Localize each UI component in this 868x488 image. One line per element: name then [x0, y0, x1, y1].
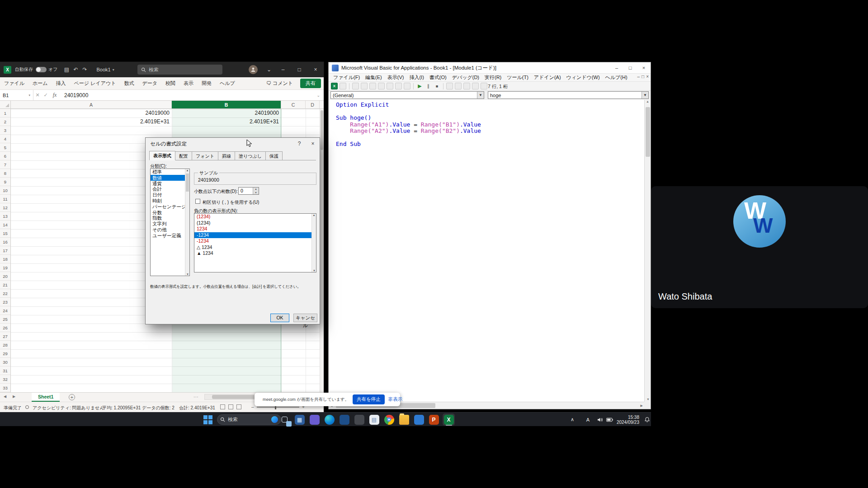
vba-toolbar-properties-window-icon[interactable]: [463, 83, 470, 89]
ribbon-tab-6[interactable]: 校閲: [161, 77, 179, 89]
prev-sheet-icon[interactable]: ◀: [4, 394, 6, 399]
row-header-11[interactable]: 11: [0, 195, 10, 203]
taskbar-app-powerpoint[interactable]: P: [428, 413, 440, 426]
vba-menu-8[interactable]: アドイン(A): [531, 74, 564, 81]
ribbon-tab-5[interactable]: データ: [138, 77, 161, 89]
ribbon-tab-2[interactable]: 挿入: [52, 77, 70, 89]
cell-B2[interactable]: 2.4019E+31: [172, 117, 281, 126]
row-header-31[interactable]: 31: [0, 366, 10, 375]
row-header-4[interactable]: 4: [0, 135, 10, 143]
vba-menu-7[interactable]: ツール(T): [504, 74, 531, 81]
row-header-8[interactable]: 8: [0, 169, 10, 178]
next-sheet-icon[interactable]: ▶: [13, 394, 15, 399]
hide-bar-link[interactable]: 非表示: [388, 396, 403, 403]
notification-center[interactable]: [644, 413, 650, 427]
row-header-18[interactable]: 18: [0, 255, 10, 263]
vba-minimize-icon[interactable]: –: [610, 62, 623, 73]
row-header-17[interactable]: 17: [0, 246, 10, 255]
row-header-12[interactable]: 12: [0, 203, 10, 212]
row-header-16[interactable]: 16: [0, 238, 10, 246]
vba-toolbar-paste-icon[interactable]: [378, 83, 385, 89]
dialog-help-icon[interactable]: ?: [292, 138, 306, 150]
taskbar-app-chrome-browser[interactable]: [383, 413, 395, 426]
vba-vscroll-thumb[interactable]: [646, 107, 650, 157]
name-box[interactable]: B1 ▾: [0, 90, 33, 100]
add-sheet-icon[interactable]: +: [69, 394, 75, 400]
row-header-1[interactable]: 1: [0, 109, 10, 117]
cell-A1[interactable]: 24019000: [11, 109, 172, 117]
ok-button[interactable]: OK: [270, 314, 289, 322]
row-header-28[interactable]: 28: [0, 341, 10, 349]
vba-menu-2[interactable]: 表示(V): [385, 74, 407, 81]
dialog-tab-4[interactable]: 塗りつぶし: [235, 151, 266, 160]
vba-maximize-icon[interactable]: □: [623, 62, 637, 73]
taskbar-app-edge-browser[interactable]: [323, 413, 335, 426]
taskbar-app-excel[interactable]: X: [443, 413, 455, 426]
dialog-tab-0[interactable]: 表示形式: [149, 151, 175, 160]
taskbar-app-app-purple[interactable]: [308, 413, 321, 426]
status-accessibility[interactable]: アクセシビリティ: 問題ありません: [33, 405, 104, 411]
row-header-7[interactable]: 7: [0, 160, 10, 169]
category-item-9[interactable]: 文字列: [151, 221, 185, 227]
cell-B1[interactable]: 24019000: [172, 109, 281, 117]
vba-toolbar-object-browser-icon[interactable]: [472, 83, 479, 89]
category-item-10[interactable]: その他: [151, 227, 185, 233]
vba-vertical-scrollbar[interactable]: ▲▼: [644, 100, 651, 402]
negative-format-6[interactable]: ▲ 1234: [194, 250, 311, 257]
negative-list-scrollbar[interactable]: ▲▼: [311, 214, 316, 272]
negative-format-0[interactable]: (1234): [194, 214, 311, 220]
vertical-scroll-thumb[interactable]: [321, 110, 323, 150]
category-item-3[interactable]: 会計: [151, 186, 185, 192]
vba-menu-1[interactable]: 編集(E): [363, 74, 385, 81]
sheet-vertical-scrollbar[interactable]: [320, 109, 324, 392]
ribbon-tab-3[interactable]: ページ レイアウト: [70, 77, 120, 89]
mdi-close-icon[interactable]: ×: [646, 74, 649, 79]
category-list[interactable]: 標準数値通貨会計日付時刻パーセンテージ分数指数文字列その他ユーザー定義 ▲▼: [150, 169, 190, 276]
minimize-icon[interactable]: –: [275, 62, 291, 77]
ribbon-display-options-icon[interactable]: ⌄: [263, 62, 275, 77]
ribbon-tab-7[interactable]: 表示: [179, 77, 198, 89]
vba-toolbar-run-icon[interactable]: ▶: [416, 83, 423, 89]
vba-menu-5[interactable]: デバッグ(D): [449, 74, 482, 81]
comments-button[interactable]: 🗨コメント: [263, 79, 297, 88]
formula-bar-value[interactable]: 24019000: [64, 92, 88, 99]
column-header-B[interactable]: B: [172, 101, 281, 108]
undo-icon[interactable]: ↶: [71, 66, 80, 73]
row-header-27[interactable]: 27: [0, 332, 10, 341]
category-list-scrollbar[interactable]: ▲▼: [185, 169, 189, 276]
user-avatar[interactable]: [249, 65, 258, 74]
negative-format-3[interactable]: -1234: [194, 232, 311, 239]
row-header-14[interactable]: 14: [0, 221, 10, 229]
spinner-up-icon[interactable]: ▲: [253, 188, 259, 191]
category-item-11[interactable]: ユーザー定義: [151, 233, 185, 239]
insert-function-icon[interactable]: fx: [50, 92, 60, 99]
category-item-1[interactable]: 数値: [151, 175, 185, 181]
row-header-9[interactable]: 9: [0, 178, 10, 186]
row-header-25[interactable]: 25: [0, 315, 10, 324]
code-pane[interactable]: Option Explicit Sub hoge() Range("A1").V…: [329, 100, 644, 402]
name-box-caret-icon[interactable]: ▾: [28, 94, 30, 97]
vba-toolbar-save-icon[interactable]: [352, 83, 359, 89]
row-header-2[interactable]: 2: [0, 117, 10, 126]
row-header-13[interactable]: 13: [0, 212, 10, 221]
ribbon-tab-4[interactable]: 数式: [120, 77, 138, 89]
save-icon[interactable]: ▤: [62, 66, 71, 73]
vba-toolbar-design-mode-icon[interactable]: [446, 83, 453, 89]
category-item-6[interactable]: パーセンテージ: [151, 204, 185, 210]
vba-menu-3[interactable]: 挿入(I): [406, 74, 426, 81]
negative-format-list[interactable]: (1234)(1234)1234-1234-1234△ 1234▲ 1234 ▲…: [194, 213, 316, 272]
dialog-tab-5[interactable]: 保護: [266, 151, 283, 160]
vba-menu-6[interactable]: 実行(R): [482, 74, 504, 81]
titlebar-search-box[interactable]: 検索: [137, 65, 222, 75]
dialog-tab-3[interactable]: 罫線: [218, 151, 235, 160]
sheet-tab-sheet1[interactable]: Sheet1: [32, 393, 60, 402]
ribbon-tab-0[interactable]: ファイル: [0, 77, 28, 89]
hscroll-right-icon[interactable]: ▶: [641, 404, 643, 408]
row-header-6[interactable]: 6: [0, 152, 10, 160]
row-header-24[interactable]: 24: [0, 306, 10, 315]
share-button[interactable]: 共有: [300, 79, 321, 88]
ribbon-tab-8[interactable]: 開発: [198, 77, 216, 89]
thousands-separator-checkbox[interactable]: [195, 199, 200, 204]
autosave-toggle[interactable]: [36, 67, 47, 72]
vba-menu-4[interactable]: 書式(O): [427, 74, 449, 81]
